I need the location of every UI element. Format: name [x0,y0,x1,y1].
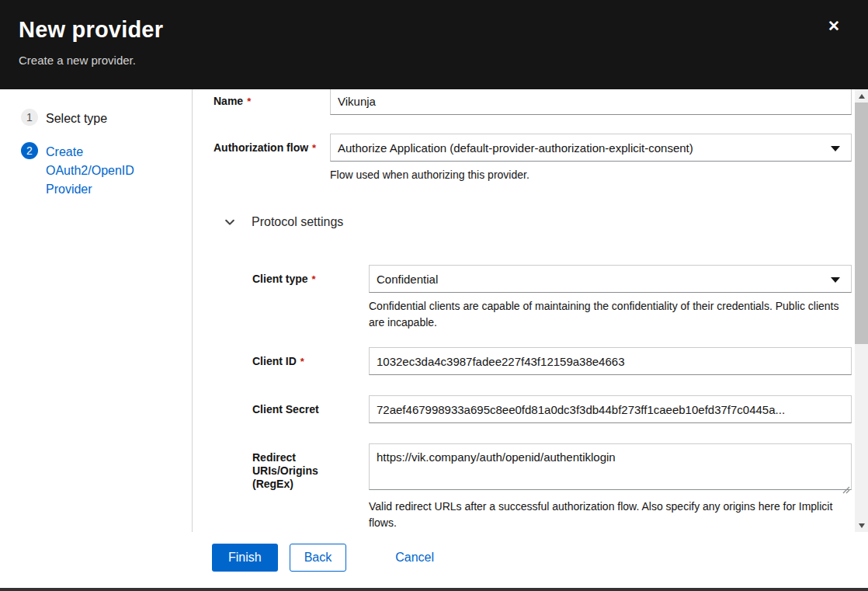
redirect-uris-helper: Valid redirect URLs after a successful a… [369,499,852,531]
scrollbar-up-button[interactable] [855,89,868,103]
required-marker: * [247,96,251,107]
scrollbar-down-button[interactable] [855,519,868,532]
caret-down-icon [831,146,840,151]
scrollbar-thumb[interactable] [855,103,868,344]
required-marker: * [312,142,316,154]
protocol-settings-toggle[interactable]: Protocol settings [224,214,343,231]
client-secret-row: Client Secret [252,395,852,423]
resize-grip-icon[interactable] [842,483,850,491]
authorization-flow-row: Authorization flow* Authorize Applicatio… [214,134,852,183]
authorization-flow-label: Authorization flow* [214,134,330,155]
required-marker: * [300,356,304,367]
cancel-button[interactable]: Cancel [395,544,434,572]
client-type-row: Client type* Confidential Confidential c… [252,265,852,331]
vertical-scrollbar[interactable] [855,89,868,532]
wizard-step-label: Select type [46,109,143,128]
finish-button[interactable]: Finish [212,544,278,572]
name-input[interactable] [330,89,852,115]
close-button[interactable]: ✕ [828,19,840,33]
caret-down-icon [831,277,840,283]
authorization-flow-value: Authorize Application (default-provider-… [338,141,693,155]
step-number-badge: 2 [21,142,38,159]
client-id-row: Client ID* [252,347,852,375]
wizard-step-label: Create OAuth2/OpenID Provider [46,142,143,199]
new-provider-modal: New provider Create a new provider. ✕ 1 … [0,0,868,591]
client-type-label: Client type* [252,265,369,286]
close-icon: ✕ [828,18,840,34]
modal-body: 1 Select type 2 Create OAuth2/OpenID Pro… [0,89,868,532]
chevron-down-icon [224,217,235,228]
client-secret-input[interactable] [369,395,852,423]
wizard-step-select-type[interactable]: 1 Select type [21,109,143,128]
wizard-nav: 1 Select type 2 Create OAuth2/OpenID Pro… [0,89,193,532]
name-label: Name* [214,89,330,108]
redirect-uris-row: Redirect URIs/Origins (RegEx) https://vi… [252,443,852,531]
client-id-input[interactable] [369,347,852,375]
modal-footer: Finish Back Cancel [0,532,868,591]
client-type-select[interactable]: Confidential [369,265,852,293]
protocol-settings-title: Protocol settings [252,215,343,229]
page-subtitle: Create a new provider. [19,54,849,67]
page-title: New provider [19,17,849,43]
scroll-up-icon [859,94,865,99]
client-type-value: Confidential [377,273,438,286]
name-row: Name* [214,89,852,115]
scroll-down-icon [859,523,865,528]
client-id-label: Client ID* [252,347,369,368]
protocol-settings-section: Client type* Confidential Confidential c… [252,265,852,531]
authorization-flow-select[interactable]: Authorize Application (default-provider-… [330,134,852,162]
authorization-flow-helper: Flow used when authorizing this provider… [330,167,852,183]
redirect-uris-textarea[interactable]: https://vik.company/auth/openid/authenti… [369,443,852,490]
back-button[interactable]: Back [290,544,347,572]
modal-header: New provider Create a new provider. ✕ [0,0,868,89]
wizard-step-create-provider[interactable]: 2 Create OAuth2/OpenID Provider [21,142,143,199]
provider-form: Name* Authorization flow* Authorize Appl… [214,89,852,531]
client-secret-label: Client Secret [252,395,369,416]
wizard-main: Name* Authorization flow* Authorize Appl… [193,89,868,532]
client-type-helper: Confidential clients are capable of main… [369,298,852,331]
step-number-badge: 1 [21,109,38,126]
required-marker: * [312,273,316,285]
redirect-uris-label: Redirect URIs/Origins (RegEx) [252,443,369,491]
